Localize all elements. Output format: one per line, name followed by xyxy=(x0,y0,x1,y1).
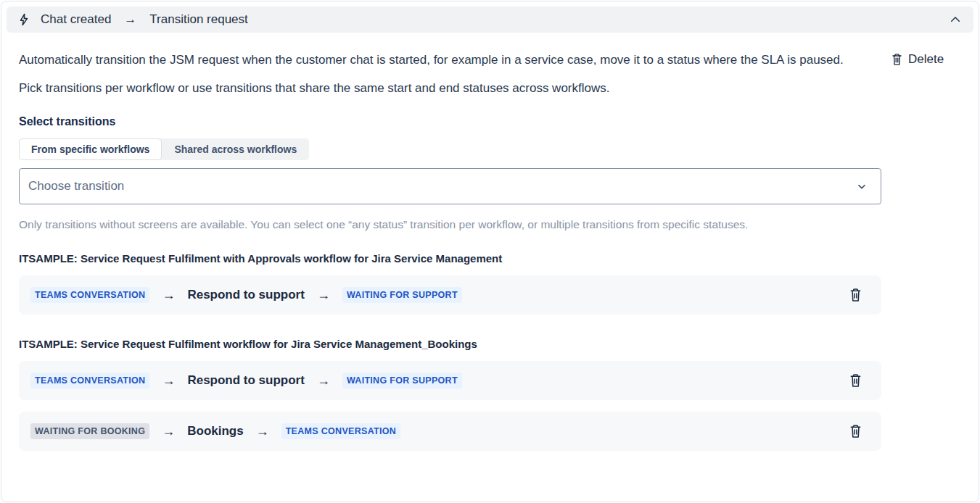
tab-from-specific-workflows[interactable]: From specific workflows xyxy=(19,138,162,160)
arrow-icon: → xyxy=(317,373,330,388)
arrow-icon: → xyxy=(162,424,175,439)
transition-source-tabs: From specific workflows Shared across wo… xyxy=(19,138,309,160)
transition-row: WAITING FOR BOOKING → Bookings → TEAMS C… xyxy=(19,412,881,451)
transition-name: Bookings xyxy=(187,424,243,438)
rule-header[interactable]: Chat created → Transition request xyxy=(7,7,973,33)
remove-transition-button[interactable] xyxy=(847,372,864,390)
description-paragraph-1: Automatically transition the JSM request… xyxy=(19,51,878,70)
arrow-icon: → xyxy=(317,288,330,303)
transition-name: Respond to support xyxy=(187,288,304,302)
remove-transition-button[interactable] xyxy=(847,286,864,304)
trash-icon xyxy=(891,53,903,67)
workflow-name: ITSAMPLE: Service Request Fulfilment wit… xyxy=(19,252,958,265)
transition-name: Respond to support xyxy=(187,373,304,388)
transition-request-panel: Chat created → Transition request Automa… xyxy=(1,1,979,502)
status-badge-from: WAITING FOR BOOKING xyxy=(30,423,149,439)
select-transitions-heading: Select transitions xyxy=(19,115,958,128)
action-label: Transition request xyxy=(149,12,247,27)
remove-transition-button[interactable] xyxy=(847,423,864,441)
arrow-icon: → xyxy=(162,373,175,388)
transition-row: TEAMS CONVERSATION → Respond to support … xyxy=(19,275,881,315)
status-badge-to: WAITING FOR SUPPORT xyxy=(342,287,462,303)
select-placeholder: Choose transition xyxy=(28,179,124,194)
status-badge-from: TEAMS CONVERSATION xyxy=(30,373,149,388)
panel-body: Automatically transition the JSM request… xyxy=(1,33,979,451)
status-badge-to: WAITING FOR SUPPORT xyxy=(342,373,462,388)
choose-transition-select[interactable]: Choose transition xyxy=(19,168,881,204)
description-paragraph-2: Pick transitions per workflow or use tra… xyxy=(19,79,878,98)
transition-row: TEAMS CONVERSATION → Respond to support … xyxy=(19,361,881,400)
status-badge-from: TEAMS CONVERSATION xyxy=(30,287,149,303)
collapse-button[interactable] xyxy=(947,12,963,28)
arrow-icon: → xyxy=(162,288,175,303)
helper-text: Only transitions without screens are ava… xyxy=(19,218,958,231)
trigger-label: Chat created xyxy=(41,12,111,27)
lightning-icon xyxy=(17,13,30,26)
arrow-icon: → xyxy=(124,12,136,27)
workflow-name: ITSAMPLE: Service Request Fulfilment wor… xyxy=(19,338,958,350)
delete-button[interactable]: Delete xyxy=(891,52,944,67)
arrow-icon: → xyxy=(256,424,269,439)
delete-button-label: Delete xyxy=(908,52,944,67)
status-badge-to: TEAMS CONVERSATION xyxy=(281,423,400,439)
tab-shared-across-workflows[interactable]: Shared across workflows xyxy=(162,138,309,160)
chevron-down-icon xyxy=(856,180,868,192)
description: Automatically transition the JSM request… xyxy=(19,51,878,98)
